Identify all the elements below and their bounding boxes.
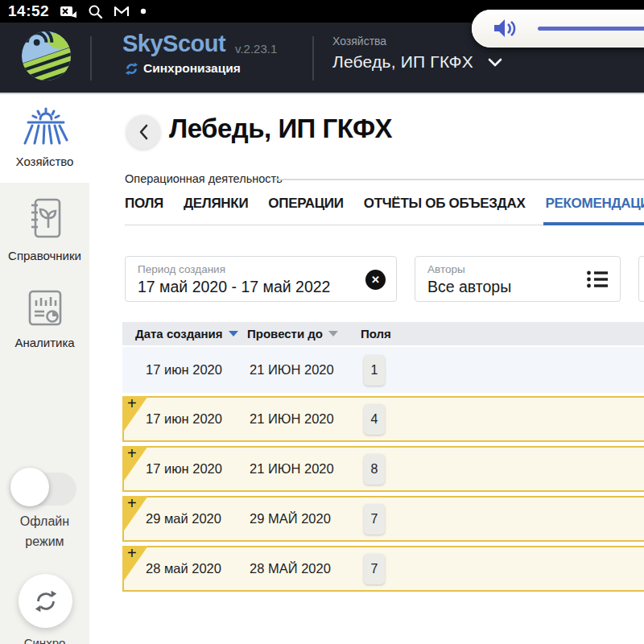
sidebar-item-farm[interactable]: Хозяйство [0,105,89,168]
tab-1[interactable]: ДЕЛЯНКИ [184,196,248,225]
app-screen: 14:52 [0,0,644,644]
sync-fab-button[interactable] [19,574,72,628]
offline-mode-toggle-knob[interactable] [10,468,49,506]
created-date-cell: 28 май 2020 [146,561,250,576]
volume-slider[interactable] [538,27,644,31]
section-label: Операционная деятельность [125,172,283,185]
speaker-icon [493,18,517,39]
offline-label: Офлайн [0,514,89,529]
column-header-due[interactable]: Провести до [247,327,361,341]
sync-fab-label: Синхро [0,636,89,644]
tab-4[interactable]: РЕКОМЕНДАЦИИ [545,196,644,225]
plus-icon: + [127,494,137,513]
tab-0[interactable]: ПОЛЯ [125,196,163,225]
farm-selector[interactable]: Лебедь, ИП ГКФХ [332,52,502,72]
table-header-row: Дата создания Провести до Поля [122,322,644,345]
due-date-cell: 21 ИЮН 2020 [250,362,364,378]
tab-bar: ПОЛЯДЕЛЯНКИОПЕРАЦИИОТЧЁТЫ ОБ ОБЪЕЗДАХРЕК… [125,196,644,225]
table-body: 17 июн 2020 21 ИЮН 2020 1 17 июн 2020 21… [122,347,644,592]
farms-label: Хозяйства [332,35,386,47]
column-header-created[interactable]: Дата создания [135,327,247,341]
farm-field-icon [22,105,68,147]
sidebar-item-directories[interactable]: Справочники [0,196,89,262]
sync-icon [125,62,138,76]
analytics-icon [25,287,65,328]
sidebar-item-analytics[interactable]: Аналитика [0,287,89,349]
sort-desc-icon[interactable] [229,331,238,336]
sidebar-item-label: Хозяйство [0,155,89,168]
add-corner-button[interactable]: + [122,396,148,433]
created-date-cell: 17 июн 2020 [146,411,250,427]
table-row[interactable]: 17 июн 2020 21 ИЮН 2020 1 [122,347,644,393]
table-row[interactable]: 29 май 2020 29 МАЙ 2020 7 + [122,496,644,542]
filter-label: Авторы [427,263,465,275]
add-corner-button[interactable]: + [122,546,148,583]
fields-count-badge: 8 [364,454,385,485]
sync-status-button[interactable]: Синхронизация [125,61,241,76]
plus-icon: + [127,544,137,563]
plus-icon: + [127,444,137,463]
search-icon [88,4,103,19]
filter-authors[interactable]: Авторы Все авторы [415,256,621,302]
created-date-cell: 17 июн 2020 [146,362,250,378]
fields-count-badge: 1 [364,355,385,386]
fields-count-badge: 7 [364,504,385,535]
table-row[interactable]: 28 май 2020 28 МАЙ 2020 7 + [122,546,644,592]
reference-book-icon [26,196,64,241]
nav-sidebar: Хозяйство Справочники [0,94,89,644]
brand-name: SkyScout [122,31,225,57]
filter-bar: Период создания 17 май 2020 - 17 май 202… [125,256,644,302]
filter-label: Период создания [138,263,225,275]
filter-partial-card[interactable] [638,256,644,302]
recommendations-table: Дата создания Провести до Поля 17 июн 20… [122,322,644,596]
filter-value: 17 май 2020 - 17 май 2022 [138,278,330,296]
back-button[interactable] [126,115,160,149]
sync-label: Синхронизация [143,61,241,76]
add-corner-button[interactable]: + [122,446,148,483]
add-corner-button[interactable]: + [122,496,148,533]
refresh-icon [32,588,60,615]
created-date-cell: 17 июн 2020 [146,461,250,477]
current-farm-name: Лебедь, ИП ГКФХ [332,52,473,72]
column-header-fields: Поля [361,327,644,341]
header-divider [90,36,92,80]
due-date-cell: 21 ИЮН 2020 [250,461,364,477]
fields-count-badge: 7 [364,554,385,584]
clock: 14:52 [8,2,49,20]
filter-period[interactable]: Период создания 17 май 2020 - 17 май 202… [125,256,397,302]
tab-3[interactable]: ОТЧЁТЫ ОБ ОБЪЕЗДАХ [364,196,526,225]
chevron-left-icon [138,123,149,141]
sort-icon[interactable] [328,331,338,336]
app-version: v.2.23.1 [235,42,277,56]
table-row[interactable]: 17 июн 2020 21 ИЮН 2020 8 + [122,446,644,492]
tab-2[interactable]: ОПЕРАЦИИ [268,196,343,225]
due-date-cell: 21 ИЮН 2020 [250,411,364,427]
sidebar-item-label: Аналитика [0,336,89,349]
gmail-icon [114,5,130,18]
fields-count-badge: 4 [364,404,385,435]
clear-filter-button[interactable]: ✕ [365,270,386,290]
header-bottom-divider [0,93,644,94]
section-divider [275,179,644,180]
sidebar-item-label: Справочники [0,249,89,262]
notification-dot [140,8,147,14]
table-row[interactable]: 17 июн 2020 21 ИЮН 2020 4 + [122,396,644,442]
header-divider [312,36,314,80]
offline-label: режим [0,535,89,549]
page-title: Лебедь, ИП ГКФХ [169,114,392,144]
volume-overlay[interactable] [472,10,644,47]
due-date-cell: 28 МАЙ 2020 [250,561,364,576]
list-select-icon[interactable] [586,270,609,292]
due-date-cell: 29 МАЙ 2020 [250,511,364,526]
screen-record-icon [60,5,77,18]
chevron-down-icon [488,58,502,67]
main-content: Лебедь, ИП ГКФХ Операционная деятельност… [89,94,644,644]
filter-value: Все авторы [427,278,511,296]
created-date-cell: 29 май 2020 [146,511,250,526]
skyscout-logo-icon [21,31,72,81]
plus-icon: + [127,394,137,413]
